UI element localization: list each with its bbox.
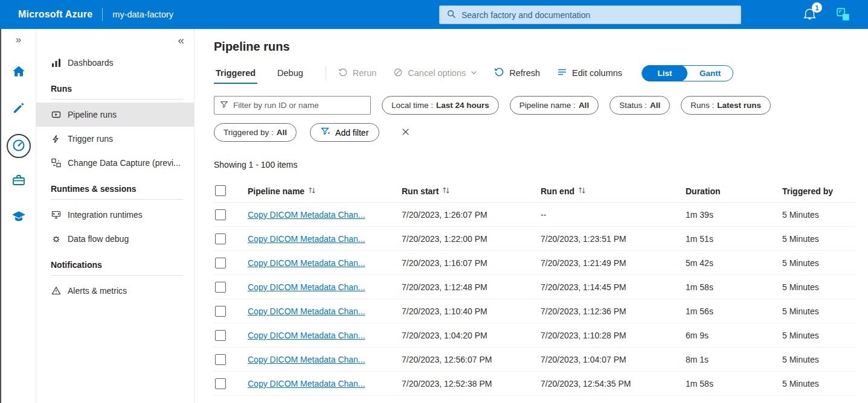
pipeline-name-cell: Copy DICOM Metadata Chan...	[240, 227, 394, 251]
switch-factory-button[interactable]	[835, 7, 851, 22]
body-row: » « Dashboards Runs	[0, 29, 868, 403]
monitor-nav-button[interactable]	[7, 134, 31, 158]
clear-filters-button[interactable]	[401, 127, 410, 138]
filter-pill-label: Local time :	[391, 101, 433, 110]
header-run-start[interactable]: Run start	[394, 179, 533, 203]
filter-funnel-icon	[220, 100, 228, 110]
pipeline-name-link[interactable]: Copy DICOM Metadata Chan...	[248, 210, 365, 220]
run-start-cell: 7/20/2023, 1:04:20 PM	[394, 323, 533, 347]
rerun-label: Rerun	[353, 68, 377, 78]
notifications-button[interactable]: 1	[803, 7, 817, 22]
gantt-view-button[interactable]: Gantt	[687, 65, 733, 81]
run-end-cell: --	[533, 203, 678, 227]
home-nav-button[interactable]	[8, 62, 30, 83]
tab-debug[interactable]: Debug	[275, 62, 305, 84]
sidebar-item-pipeline-runs[interactable]: Pipeline runs	[36, 103, 194, 127]
azure-brand[interactable]: Microsoft Azure	[18, 9, 92, 20]
row-checkbox[interactable]	[215, 354, 226, 365]
pipeline-name-link[interactable]: Copy DICOM Metadata Chan...	[248, 234, 365, 244]
sidebar-item-integration-runtimes[interactable]: Integration runtimes	[36, 203, 194, 227]
filter-pill-triggered-by[interactable]: Triggered by : All	[214, 123, 297, 142]
select-all-checkbox[interactable]	[215, 185, 226, 196]
pipeline-name-link[interactable]: Copy DICOM Metadata Chan...	[248, 282, 365, 292]
run-end-cell: 7/20/2023, 12:54:35 PM	[533, 372, 678, 396]
global-search-input[interactable]	[461, 10, 733, 20]
author-nav-button[interactable]	[8, 98, 30, 119]
filter-row-2: Triggered by : All Add filter	[214, 123, 856, 142]
row-checkbox[interactable]	[215, 209, 226, 220]
rerun-button[interactable]: Rerun	[338, 68, 377, 79]
header-run-end[interactable]: Run end	[533, 179, 678, 203]
table-row: Copy DICOM Metadata Chan...7/20/2023, 1:…	[214, 203, 856, 227]
header-pipeline-name[interactable]: Pipeline name	[240, 179, 394, 203]
filter-pill-pipeline-name[interactable]: Pipeline name : All	[510, 96, 599, 115]
triggered-by-cell: 5 Minutes	[775, 203, 856, 227]
row-checkbox-cell	[214, 323, 240, 347]
filter-pill-value: Last 24 hours	[436, 101, 489, 110]
pipeline-name-link[interactable]: Copy DICOM Metadata Chan...	[248, 306, 365, 316]
run-filter-box[interactable]	[214, 96, 371, 115]
filter-pill-local-time[interactable]: Local time : Last 24 hours	[382, 96, 499, 115]
filter-pill-value: All	[650, 101, 660, 110]
pipeline-name-link[interactable]: Copy DICOM Metadata Chan...	[248, 379, 365, 389]
expand-rail-button[interactable]: »	[16, 34, 21, 51]
pipeline-runs-body: Copy DICOM Metadata Chan...7/20/2023, 1:…	[214, 203, 856, 396]
row-checkbox[interactable]	[215, 282, 226, 293]
row-checkbox[interactable]	[215, 330, 226, 341]
row-checkbox[interactable]	[215, 378, 226, 389]
cancel-options-button[interactable]: Cancel options	[393, 68, 477, 79]
factory-name[interactable]: my-data-factory	[112, 10, 173, 19]
sidebar-item-label: Dashboards	[68, 58, 114, 68]
tab-and-toolbar-row: Triggered Debug Rerun Cancel options Ref…	[214, 62, 856, 84]
table-row: Copy DICOM Metadata Chan...7/20/2023, 12…	[214, 372, 856, 396]
filter-pill-status[interactable]: Status : All	[609, 96, 670, 115]
add-filter-button[interactable]: Add filter	[310, 123, 379, 142]
rerun-icon	[338, 68, 348, 79]
sidebar-item-trigger-runs[interactable]: Trigger runs	[36, 127, 194, 151]
run-start-cell: 7/20/2023, 12:56:07 PM	[394, 347, 533, 372]
triggered-by-cell: 5 Minutes	[775, 227, 856, 251]
duration-cell: 5m 42s	[678, 251, 775, 275]
manage-nav-button[interactable]	[8, 170, 30, 192]
sidebar-item-alerts-metrics[interactable]: Alerts & metrics	[36, 279, 194, 303]
notification-badge: 1	[812, 2, 822, 13]
edit-columns-button[interactable]: Edit columns	[557, 67, 622, 79]
topbar-actions: 1	[803, 7, 860, 22]
sidebar-item-data-flow-debug[interactable]: Data flow debug	[36, 227, 194, 251]
global-search-box[interactable]	[439, 5, 741, 24]
run-start-cell: 7/20/2023, 1:12:48 PM	[394, 275, 533, 299]
run-end-cell: 7/20/2023, 1:12:36 PM	[533, 299, 678, 323]
list-view-button[interactable]: List	[642, 65, 687, 81]
row-checkbox[interactable]	[215, 306, 226, 317]
row-checkbox[interactable]	[215, 233, 226, 244]
filter-pill-runs[interactable]: Runs : Latest runs	[681, 96, 771, 115]
sidebar-section-runtimes: Runtimes & sessions	[36, 175, 194, 199]
edit-columns-icon	[557, 67, 567, 79]
row-checkbox-cell	[214, 299, 240, 323]
run-filter-input[interactable]	[233, 101, 365, 110]
tab-triggered[interactable]: Triggered	[214, 62, 257, 84]
pipeline-name-link[interactable]: Copy DICOM Metadata Chan...	[248, 258, 365, 268]
topbar: Microsoft Azure my-data-factory 1	[0, 0, 868, 29]
filter-pill-value: All	[277, 128, 287, 137]
search-icon	[447, 10, 456, 21]
pipeline-name-cell: Copy DICOM Metadata Chan...	[240, 251, 394, 275]
learning-center-nav-button[interactable]	[8, 206, 30, 228]
triggered-by-cell: 5 Minutes	[775, 299, 856, 323]
sidebar-item-dashboards[interactable]: Dashboards	[36, 51, 194, 75]
sort-arrows-icon	[308, 186, 316, 196]
pipeline-name-link[interactable]: Copy DICOM Metadata Chan...	[248, 355, 365, 364]
add-filter-funnel-icon	[321, 127, 330, 138]
refresh-button[interactable]: Refresh	[494, 67, 540, 79]
pipeline-name-link[interactable]: Copy DICOM Metadata Chan...	[248, 331, 365, 340]
sort-arrows-icon	[578, 186, 586, 196]
collapse-sidebar-button[interactable]: «	[178, 34, 184, 47]
filter-pill-label: Runs :	[690, 101, 714, 110]
run-end-cell: 7/20/2023, 1:10:28 PM	[533, 323, 678, 347]
filter-pill-value: Latest runs	[717, 101, 761, 110]
row-checkbox-cell	[214, 251, 240, 275]
sidebar-item-change-data-capture[interactable]: Change Data Capture (previ...	[36, 151, 194, 175]
dashboards-icon	[51, 58, 61, 68]
showing-count: Showing 1 - 100 items	[214, 160, 856, 170]
row-checkbox[interactable]	[215, 258, 226, 268]
